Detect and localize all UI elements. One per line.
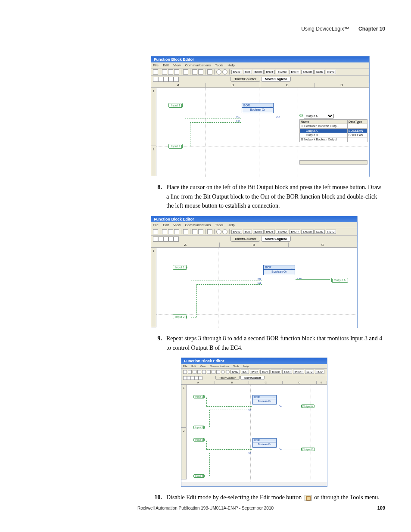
menu-help[interactable]: Help	[227, 223, 234, 227]
verify-icon[interactable]	[195, 376, 199, 380]
nav-up-icon[interactable]	[183, 376, 187, 380]
menu-help[interactable]: Help	[227, 63, 234, 67]
bor-block-1[interactable]: BOR... Boolean Or In1 In2 Out	[252, 395, 277, 404]
output-a-tag[interactable]: Output A	[331, 278, 348, 283]
paste-icon[interactable]	[197, 370, 201, 374]
canvas[interactable]: 1 2 Input 1 Input 2 BOR... Boolean Or In…	[151, 88, 369, 177]
edit-mode-icon[interactable]	[202, 370, 206, 374]
btn-bnot[interactable]: BNOT	[260, 370, 270, 374]
verify-icon[interactable]	[168, 236, 174, 242]
btn-rstd[interactable]: RSTD	[315, 370, 324, 374]
btn-bxor[interactable]: BXOR	[253, 230, 264, 234]
menu-view[interactable]: View	[173, 223, 181, 227]
zoom-in-icon[interactable]	[192, 69, 197, 75]
input-2-tag[interactable]: Input 2	[168, 144, 183, 149]
btn-setd[interactable]: SETD	[314, 230, 325, 234]
btn-band[interactable]: BAND	[231, 230, 242, 234]
input-2-tag[interactable]: Input 2	[193, 426, 205, 429]
zoom-out-icon[interactable]	[198, 69, 203, 75]
tab-timer-counter[interactable]: Timer/Counter	[230, 77, 260, 82]
download-icon[interactable]	[174, 236, 179, 242]
page-icon[interactable]	[163, 236, 168, 242]
nav-down-icon[interactable]	[158, 77, 163, 82]
input-1-tag[interactable]: Input 1	[193, 395, 205, 398]
input-block-icon[interactable]	[221, 370, 225, 374]
menu-tools[interactable]: Tools	[215, 63, 223, 67]
paste-icon[interactable]	[174, 69, 179, 75]
output-block-icon[interactable]	[226, 370, 230, 374]
input-block-icon[interactable]	[216, 69, 221, 75]
copy-icon[interactable]	[168, 69, 173, 75]
page-icon[interactable]	[163, 77, 168, 82]
btn-bnor[interactable]: BNOR	[289, 70, 300, 74]
print-icon[interactable]	[153, 229, 158, 234]
menu-edit[interactable]: Edit	[163, 223, 169, 227]
cut-icon[interactable]	[162, 69, 167, 75]
btn-bnor[interactable]: BNOR	[289, 230, 300, 234]
btn-rstd[interactable]: RSTD	[326, 70, 336, 74]
input-4-tag[interactable]: Input 4	[193, 474, 205, 478]
cut-icon[interactable]	[162, 229, 167, 234]
menu-view[interactable]: View	[200, 365, 206, 367]
output-block-icon[interactable]	[222, 229, 227, 234]
zoom-out-icon[interactable]	[198, 229, 203, 234]
input-1-tag[interactable]: Input 1	[173, 265, 187, 270]
copy-icon[interactable]	[193, 370, 196, 374]
btn-bnand[interactable]: BNAND	[276, 230, 288, 234]
btn-bxor[interactable]: BXOR	[250, 370, 259, 374]
zoom-in-icon[interactable]	[192, 229, 197, 234]
menu-edit[interactable]: Edit	[163, 63, 169, 67]
menu-tools[interactable]: Tools	[233, 365, 239, 367]
menu-file[interactable]: File	[153, 63, 159, 67]
input-3-tag[interactable]: Input 3	[193, 438, 205, 442]
btn-bor[interactable]: BOR	[243, 230, 252, 234]
download-icon[interactable]	[174, 77, 179, 82]
canvas[interactable]: 1 Input 1 Input 2 BOR... Boolean Or In1 …	[151, 248, 357, 328]
menu-communications[interactable]: Communications	[185, 63, 211, 67]
home-icon[interactable]	[207, 229, 212, 234]
btn-bnot[interactable]: BNOT	[265, 70, 275, 74]
print-icon[interactable]	[183, 370, 187, 374]
tab-move-logical[interactable]: Move/Logical	[240, 376, 265, 380]
page-icon[interactable]	[191, 376, 195, 380]
verify-icon[interactable]	[168, 77, 174, 82]
btn-bnor[interactable]: BNOR	[282, 370, 292, 374]
paste-icon[interactable]	[174, 229, 179, 234]
tab-move-logical[interactable]: Move/Logical	[261, 236, 291, 242]
copy-icon[interactable]	[168, 229, 173, 234]
btn-rstd[interactable]: RSTD	[326, 230, 336, 234]
nav-up-icon[interactable]	[153, 77, 158, 82]
btn-bor[interactable]: BOR	[243, 70, 252, 74]
input-1-tag[interactable]: Input 1	[168, 103, 183, 108]
btn-bxor[interactable]: BXOR	[253, 70, 264, 74]
print-icon[interactable]	[153, 69, 158, 75]
btn-band[interactable]: BAND	[230, 370, 240, 374]
menu-edit[interactable]: Edit	[191, 365, 196, 367]
tab-timer-counter[interactable]: Timer/Counter	[230, 236, 260, 242]
tab-timer-counter[interactable]: Timer/Counter	[215, 376, 240, 380]
edit-mode-icon[interactable]	[183, 69, 188, 75]
output-b-tag[interactable]: Output B	[301, 448, 315, 451]
home-icon[interactable]	[207, 69, 212, 75]
output-block-icon[interactable]	[222, 69, 227, 75]
menu-communications[interactable]: Communications	[185, 223, 211, 227]
tab-move-logical[interactable]: Move/Logical	[261, 77, 291, 82]
btn-bxnor[interactable]: BXNOR	[293, 370, 304, 374]
menu-communications[interactable]: Communications	[210, 365, 229, 367]
menu-file[interactable]: File	[153, 223, 159, 227]
menu-help[interactable]: Help	[243, 365, 249, 367]
btn-band[interactable]: BAND	[231, 70, 242, 74]
btn-bnot[interactable]: BNOT	[265, 230, 275, 234]
menu-view[interactable]: View	[173, 63, 181, 67]
canvas[interactable]: 1 2 Input 1 Input 2 Input 3 Input 4 BOR.…	[181, 385, 327, 482]
download-icon[interactable]	[199, 376, 202, 380]
nav-down-icon[interactable]	[187, 376, 191, 380]
btn-setd[interactable]: SETD	[314, 70, 325, 74]
panel-scrollbar[interactable]	[299, 160, 367, 165]
menu-tools[interactable]: Tools	[215, 223, 223, 227]
zoom-out-icon[interactable]	[212, 370, 215, 374]
input-2-tag[interactable]: Input 2	[173, 314, 187, 319]
btn-setd[interactable]: SETD	[305, 370, 314, 374]
btn-bnand[interactable]: BNAND	[276, 70, 288, 74]
output-select[interactable]: Output A	[304, 114, 334, 118]
